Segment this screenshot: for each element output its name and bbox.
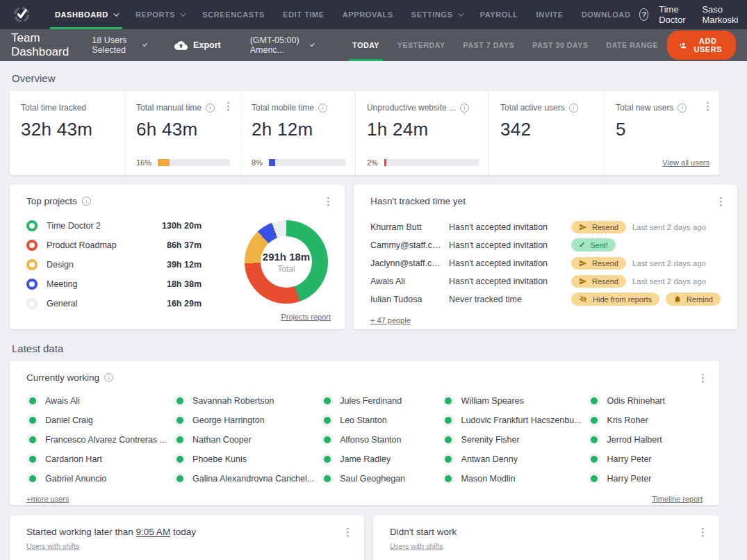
working-user-item[interactable]: Harry Peter <box>589 453 703 465</box>
info-icon[interactable]: i <box>569 104 578 113</box>
users-selected-dropdown[interactable]: 18 Users Selected <box>92 29 145 61</box>
nav-item-reports[interactable]: REPORTS <box>126 0 193 29</box>
resend-button[interactable]: Resend <box>571 221 626 233</box>
projects-report-link[interactable]: Projects report <box>281 313 331 321</box>
working-user-item[interactable]: Francesco Alvarez Contreras ... <box>26 434 167 445</box>
nav-item-settings[interactable]: SETTINGS <box>402 0 471 29</box>
online-status-dot-icon <box>321 472 333 484</box>
online-status-dot-icon <box>321 434 333 445</box>
invite-row: Iulian Tudosa Never tracked time Hide fr… <box>370 293 721 306</box>
working-user-name: Mason Modlin <box>461 474 516 484</box>
working-user-item[interactable]: Serenity Fisher <box>443 434 582 445</box>
working-user-item[interactable]: Phoebe Kunis <box>174 453 314 465</box>
invite-rows: Khurram Butt Hasn't accepted invitation … <box>370 220 721 306</box>
remind-button[interactable]: Remind <box>666 293 721 306</box>
date-tab-past-7-days[interactable]: PAST 7 DAYS <box>454 29 524 61</box>
working-user-item[interactable]: Ludovic Frankfurt Hacszenbu... <box>443 414 582 426</box>
view-all-users-link[interactable]: View all users <box>662 158 709 167</box>
nav-item-invite[interactable]: INVITE <box>527 0 573 29</box>
working-user-item[interactable]: Nathan Cooper <box>174 434 314 445</box>
kebab-menu-icon[interactable]: ⋮ <box>703 101 713 111</box>
resend-button[interactable]: Resend <box>571 275 626 288</box>
stat-percent-label: 2% <box>367 158 378 167</box>
invite-user-name: Awais Ali <box>370 277 449 286</box>
working-user-name: Cardarion Hart <box>45 454 102 464</box>
invite-row: Khurram Butt Hasn't accepted invitation … <box>370 220 721 233</box>
nav-item-edit-time[interactable]: EDIT TIME <box>274 0 334 29</box>
donut-total-label: Total <box>277 264 295 274</box>
timezone-dropdown[interactable]: (GMT-05:00) Americ... <box>250 29 313 61</box>
invite-actions: ✓ Sent! <box>571 238 721 252</box>
users-with-shifts-link[interactable]: Users with shifts <box>26 542 79 550</box>
working-user-item[interactable]: Odis Rhinehart <box>589 395 703 406</box>
working-user-item[interactable]: Savannah Robertson <box>174 395 314 406</box>
working-user-item[interactable]: Harry Peter <box>589 472 703 484</box>
user-name[interactable]: Saso Markoski <box>702 4 741 25</box>
kebab-menu-icon[interactable]: ⋮ <box>323 196 334 206</box>
didnt-start-card: Didn't start work ⋮ Users with shifts <box>373 516 719 560</box>
nav-item-screencasts[interactable]: SCREENCASTS <box>193 0 274 29</box>
info-icon[interactable]: i <box>104 373 113 382</box>
sent-button[interactable]: ✓ Sent! <box>571 238 616 252</box>
online-status-dot-icon <box>26 414 38 426</box>
add-users-button[interactable]: ADD USERS <box>667 31 736 60</box>
working-user-item[interactable]: Alfonso Stanton <box>321 434 435 445</box>
timeline-report-link[interactable]: Timeline report <box>652 495 703 503</box>
legend-item: Meeting 18h 38m <box>26 279 202 290</box>
info-icon[interactable]: i <box>82 197 91 206</box>
nav-item-dashboard[interactable]: DASHBOARD <box>46 0 126 29</box>
users-with-shifts-link[interactable]: Users with shifts <box>390 542 443 550</box>
info-icon[interactable]: i <box>206 104 215 113</box>
date-tab-yesterday[interactable]: YESTERDAY <box>388 29 454 61</box>
send-icon <box>579 259 587 267</box>
nav-item-payroll[interactable]: PAYROLL <box>471 0 527 29</box>
kebab-menu-icon[interactable]: ⋮ <box>343 527 353 537</box>
working-user-item[interactable]: Cardarion Hart <box>26 453 167 465</box>
started-late-card: Started working later than 9:05 AM today… <box>10 516 364 560</box>
working-user-item[interactable]: Saul Geoghegan <box>321 472 435 484</box>
working-user-item[interactable]: George Harrington <box>174 414 314 426</box>
working-user-item[interactable]: Antwan Denny <box>443 453 582 465</box>
nav-item-download[interactable]: DOWNLOAD <box>573 0 640 29</box>
kebab-menu-icon[interactable]: ⋮ <box>716 196 726 206</box>
date-tab-today[interactable]: TODAY <box>343 29 388 61</box>
shift-time-link[interactable]: 9:05 AM <box>136 527 171 537</box>
working-user-item[interactable]: Awais Ali <box>26 395 167 406</box>
working-user-item[interactable]: Jame Radley <box>321 453 435 465</box>
date-tab-date-range[interactable]: DATE RANGE <box>597 29 667 61</box>
stat-percent-label: 8% <box>252 158 263 167</box>
more-people-link[interactable]: + 47 people <box>370 316 411 324</box>
working-user-item[interactable]: Jerrod Halbert <box>589 434 703 445</box>
overview-stats-row: Total time tracked 32h 43m Total manual … <box>10 91 719 175</box>
working-user-item[interactable]: Galina Alexandrovna Canchel... <box>174 472 314 484</box>
working-user-item[interactable]: Leo Stanton <box>321 414 435 426</box>
hide-button[interactable]: Hide from reports <box>571 293 659 306</box>
nav-item-label: DASHBOARD <box>55 10 108 19</box>
online-status-dot-icon <box>589 472 600 484</box>
kebab-menu-icon[interactable]: ⋮ <box>698 527 708 537</box>
info-icon[interactable]: i <box>318 104 327 113</box>
project-hours: 16h 29m <box>167 299 202 308</box>
working-user-item[interactable]: Daniel Craig <box>26 414 167 426</box>
resend-button[interactable]: Resend <box>571 257 626 270</box>
last-sent-note: Last sent 2 days ago <box>632 223 706 231</box>
info-icon[interactable]: i <box>678 104 687 113</box>
help-icon[interactable]: ? <box>639 8 648 21</box>
kebab-menu-icon[interactable]: ⋮ <box>698 372 708 383</box>
kebab-menu-icon[interactable]: ⋮ <box>223 101 233 111</box>
online-status-dot-icon <box>443 434 454 445</box>
working-user-item[interactable]: William Speares <box>443 395 582 406</box>
date-tab-past-30-days[interactable]: PAST 30 DAYS <box>523 29 597 61</box>
working-user-item[interactable]: Gabriel Anuncio <box>26 472 167 484</box>
more-users-link[interactable]: +more users <box>26 495 69 503</box>
working-user-item[interactable]: Jules Ferdinand <box>321 395 435 406</box>
working-user-item[interactable]: Kris Roher <box>589 414 703 426</box>
nav-item-approvals[interactable]: APPROVALS <box>334 0 402 29</box>
export-button[interactable]: Export <box>174 29 221 61</box>
latest-data-heading: Latest data <box>12 343 719 354</box>
chevron-down-icon <box>310 42 315 47</box>
info-icon[interactable]: i <box>460 104 469 113</box>
overview-heading: Overview <box>12 72 719 84</box>
working-user-item[interactable]: Mason Modlin <box>443 472 582 484</box>
project-hours: 18h 38m <box>167 279 202 289</box>
